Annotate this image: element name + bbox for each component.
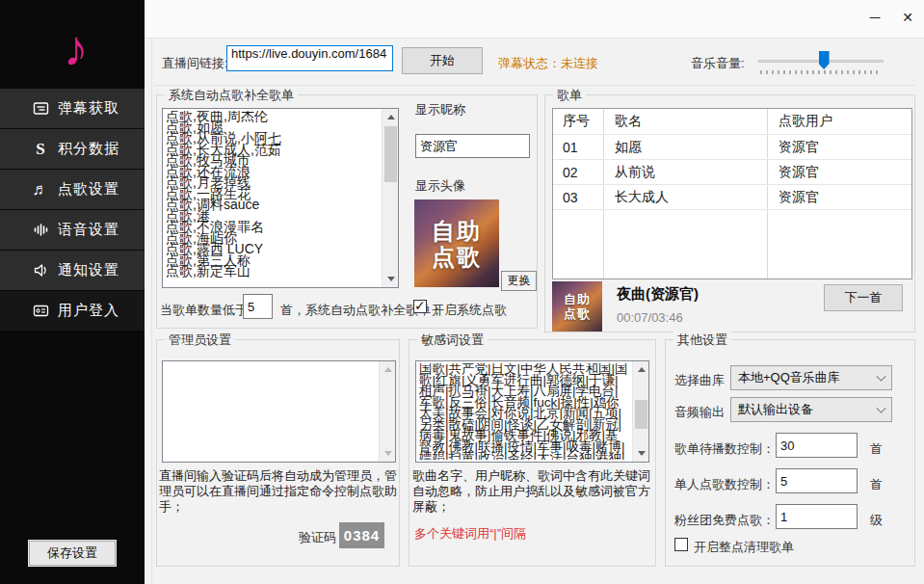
cell-song: 长大成人: [603, 189, 767, 206]
admin-scrollbar[interactable]: [379, 361, 395, 462]
autoplay-group-title: 系统自动点歌补全歌单: [165, 87, 298, 104]
minimize-button[interactable]: ─: [862, 6, 887, 29]
hourly-clear-checkbox-label: 开启整点清理歌单: [694, 539, 794, 556]
close-button[interactable]: ✕: [895, 6, 920, 29]
scroll-down-icon[interactable]: [383, 271, 399, 287]
sidebar-item-label: 积分数据: [58, 140, 119, 158]
library-select-value: 本地+QQ音乐曲库: [738, 369, 840, 386]
sidebar-item-song-settings[interactable]: ♬ 点歌设置: [0, 170, 145, 209]
audio-output-select[interactable]: 默认输出设备: [730, 397, 892, 422]
cell-index: 02: [553, 165, 603, 180]
col-header-user: 点歌用户: [767, 113, 832, 130]
sidebar-item-label: 通知设置: [58, 261, 119, 279]
playlist-table[interactable]: 序号 歌名 点歌用户 01 如愿 资源官 02 从前说 资源官 03 长大成人 …: [552, 108, 912, 279]
threshold-input[interactable]: 5: [243, 294, 273, 319]
chevron-down-icon: [876, 371, 885, 381]
change-avatar-button[interactable]: 更换: [501, 271, 537, 291]
nickname-input[interactable]: 资源官: [415, 134, 530, 158]
fanclub-free-unit: 级: [870, 512, 883, 529]
captcha-value: 0384: [339, 522, 384, 548]
notification-icon: [32, 262, 49, 279]
sidebar-item-points[interactable]: S 积分数据: [0, 129, 145, 169]
nickname-label: 显示昵称: [415, 101, 465, 119]
cell-user: 资源官: [767, 189, 819, 206]
panel-edge: [151, 39, 152, 584]
queue-limit-unit: 首: [870, 440, 883, 458]
scroll-down-icon[interactable]: [633, 445, 649, 462]
system-song-checkbox[interactable]: [413, 300, 427, 313]
sidebar-menu: 弹幕获取 S 积分数据 ♬ 点歌设置 语音设置 通知设置: [0, 89, 145, 332]
per-user-limit-unit: 首: [870, 476, 883, 493]
avatar-text-line1: 自助: [432, 218, 482, 244]
sidebar-item-notification[interactable]: 通知设置: [0, 251, 145, 290]
admin-textarea[interactable]: [162, 360, 396, 463]
sidebar-item-user-login[interactable]: 用户登入: [0, 291, 145, 331]
captcha-label: 验证码: [299, 529, 336, 546]
per-user-limit-input[interactable]: 5: [776, 468, 858, 493]
playlist-group-title: 歌单: [553, 87, 586, 104]
app-window: ♪ 弹幕获取 S 积分数据 ♬ 点歌设置 语音设置: [0, 0, 924, 584]
room-link-label: 直播间链接:: [162, 55, 228, 72]
table-row[interactable]: 01 如愿 资源官: [553, 135, 911, 159]
thumb-text-line1: 自助: [564, 292, 591, 306]
user-login-icon: [32, 303, 49, 320]
volume-slider-handle[interactable]: [819, 51, 830, 69]
room-link-input[interactable]: https://live.douyin.com/1684: [226, 45, 393, 71]
app-logo: ♪: [0, 10, 145, 87]
volume-slider[interactable]: [758, 50, 884, 75]
sensitive-scrollbar[interactable]: [632, 361, 648, 462]
next-song-button[interactable]: 下一首: [824, 284, 903, 311]
avatar-image: 自助 点歌: [414, 199, 499, 287]
cell-user: 资源官: [767, 164, 819, 181]
table-row[interactable]: 02 从前说 资源官: [553, 160, 911, 184]
sensitive-hint-text: 歌曲名字、用户昵称、歌词中含有此关键词自动忽略，防止用户捣乱以及敏感词被官方屏蔽…: [412, 468, 656, 515]
volume-slider-ticks: [760, 70, 882, 74]
sidebar-item-label: 用户登入: [58, 302, 119, 320]
save-settings-button[interactable]: 保存设置: [29, 541, 116, 566]
points-icon: S: [32, 141, 49, 158]
scrollbar-thumb[interactable]: [635, 400, 647, 429]
fanclub-free-label: 粉丝团免费点歌：: [674, 512, 775, 529]
scroll-down-icon[interactable]: [380, 445, 396, 462]
table-row[interactable]: 03 长大成人 资源官: [553, 185, 911, 209]
song-list-scrollbar[interactable]: [382, 109, 398, 287]
danmaku-status-value: 未连接: [561, 56, 598, 70]
volume-label: 音乐音量:: [691, 55, 745, 72]
now-playing-title: 夜曲(资源官): [617, 285, 699, 304]
thumb-text-line2: 点歌: [564, 306, 591, 321]
sidebar-item-danmaku[interactable]: 弹幕获取: [0, 89, 145, 128]
audio-output-select-value: 默认输出设备: [738, 401, 813, 418]
sensitive-textarea[interactable]: 国歌|共产党|日文|中华人民共和国|国歌|红旗|义勇军进行曲|郭德纲|于谦|相声…: [415, 360, 649, 463]
scrollbar-thumb[interactable]: [384, 126, 397, 182]
sidebar: ♪ 弹幕获取 S 积分数据 ♬ 点歌设置 语音设置: [0, 0, 145, 584]
now-playing-time: 00:07/03:46: [617, 310, 683, 325]
library-select[interactable]: 本地+QQ音乐曲库: [730, 365, 892, 390]
per-user-limit-label: 单人点歌数控制：: [674, 476, 775, 493]
fanclub-free-input[interactable]: 1: [776, 504, 858, 529]
sidebar-item-voice[interactable]: 语音设置: [0, 210, 145, 250]
scroll-up-icon[interactable]: [380, 361, 396, 378]
hourly-clear-checkbox[interactable]: [674, 538, 688, 551]
start-button[interactable]: 开始: [402, 47, 483, 74]
music-note-logo-icon: ♪: [64, 23, 89, 73]
titlebar: [145, 0, 924, 39]
table-header-row: 序号 歌名 点歌用户: [553, 109, 911, 134]
voice-icon: [32, 222, 49, 239]
library-label: 选择曲库: [674, 372, 725, 389]
audio-output-label: 音频输出: [674, 404, 725, 421]
sidebar-item-label: 弹幕获取: [58, 99, 119, 118]
danmaku-icon: [32, 100, 49, 118]
system-song-checkbox-label: 开启系统点歌: [432, 302, 507, 319]
sensitive-group-title: 敏感词设置: [417, 332, 488, 349]
sensitive-words-text: 国歌|共产党|日文|中华人民共和国|国歌|红旗|义勇军进行曲|郭德纲|于谦|相声…: [419, 363, 630, 460]
sensitive-tip-text: 多个关键词用“|”间隔: [414, 525, 526, 543]
avatar-text-line2: 点歌: [432, 244, 482, 270]
scroll-up-icon[interactable]: [633, 361, 649, 378]
sidebar-item-label: 语音设置: [58, 221, 119, 239]
admin-hint-text: 直播间输入验证码后将自动成为管理员，管理员可以在直播间通过指定命令控制点歌助手；: [159, 468, 400, 515]
threshold-prefix-label: 当歌单数量低于: [160, 302, 248, 319]
autoplay-song-listbox[interactable]: 点歌,夜曲,周杰伦 点歌,如愿 点歌,从前说,小阿七 点歌,长大成人,范茹 点歌…: [162, 108, 399, 288]
queue-limit-input[interactable]: 30: [776, 433, 858, 458]
scroll-up-icon[interactable]: [383, 109, 399, 125]
queue-limit-label: 歌单待播数控制：: [674, 440, 775, 458]
